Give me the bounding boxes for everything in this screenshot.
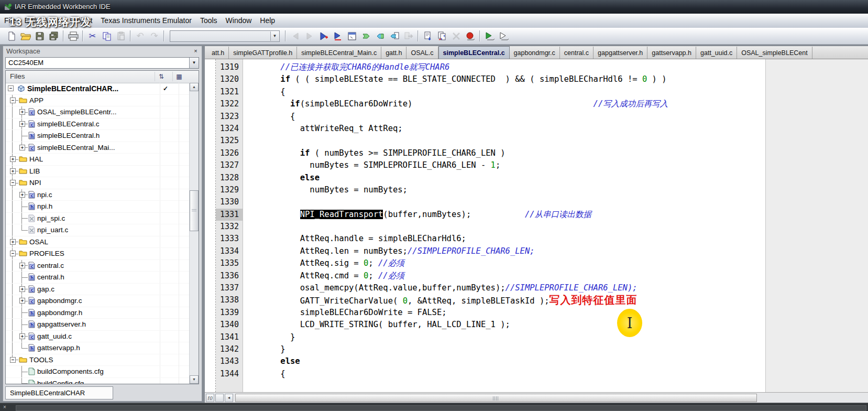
code-line-1342[interactable]: } bbox=[243, 343, 765, 355]
code-line-1326[interactable]: if ( numBytes >= SIMPLEPROFILE_CHAR6_LEN… bbox=[243, 147, 765, 159]
editor-tab-osal-simpleblecent[interactable]: OSAL_simpleBLECent bbox=[737, 47, 812, 59]
tree-item-npi-h[interactable]: hnpi.h bbox=[6, 201, 190, 213]
tree-item-npi-c[interactable]: +cnpi.c bbox=[6, 189, 190, 201]
collapse-icon[interactable]: − bbox=[10, 251, 16, 256]
tree-item-npi-spi-c[interactable]: npi_spi.c bbox=[6, 213, 190, 225]
editor-tab-gattservapp-h[interactable]: gattservapp.h bbox=[647, 47, 696, 59]
tree-item-profiles[interactable]: −PROFILES bbox=[6, 248, 190, 260]
redo-icon[interactable]: ↷ bbox=[147, 29, 161, 42]
expand-icon[interactable]: + bbox=[10, 168, 16, 174]
files-column-header[interactable]: Files ⇅ ▦ bbox=[6, 71, 199, 83]
nav-forward-icon[interactable] bbox=[302, 29, 316, 42]
code-line-1344[interactable]: { bbox=[243, 368, 765, 380]
code-line-1328[interactable]: else bbox=[243, 172, 765, 184]
expand-icon[interactable]: + bbox=[19, 145, 25, 150]
code-line-1336[interactable]: AttReq.cmd = 0; //必须 bbox=[243, 270, 765, 282]
tree-item-simpleblecentral-mai[interactable]: +csimpleBLECentral_Mai... bbox=[6, 142, 190, 154]
overlay-icon[interactable]: ▦ bbox=[172, 72, 185, 81]
expand-icon[interactable]: + bbox=[19, 263, 25, 268]
go-back-doc-icon[interactable] bbox=[387, 29, 401, 42]
code-line-1319[interactable]: //已连接并获取完CHAR6的Handle就写CHAR6 bbox=[243, 61, 765, 73]
expand-icon[interactable]: + bbox=[10, 156, 16, 162]
bookmark-next-icon[interactable] bbox=[331, 29, 345, 42]
nav-back-icon[interactable] bbox=[288, 29, 302, 42]
editor-tab-gapbondmgr-c[interactable]: gapbondmgr.c bbox=[510, 47, 560, 59]
find-combobox[interactable]: ▼ bbox=[170, 30, 280, 42]
tree-item-simpleblecentral-c[interactable]: +csimpleBLECentral.c bbox=[6, 118, 190, 131]
code-line-1331[interactable]: NPI_ReadTransport(buffer,numBytes); //从串… bbox=[243, 209, 765, 221]
expand-icon[interactable]: + bbox=[19, 121, 25, 127]
code-line-1329[interactable]: numBytes = numBytes; bbox=[243, 184, 765, 196]
tree-item-gapbondmgr-h[interactable]: hgapbondmgr.h bbox=[6, 307, 190, 319]
h-scrollbar-thumb[interactable] bbox=[235, 394, 757, 402]
cut-icon[interactable]: ✂ bbox=[85, 29, 100, 42]
tree-item-gap-c[interactable]: +cgap.c bbox=[6, 284, 190, 296]
tree-item-buildconfig-cfg[interactable]: buildConfig.cfg bbox=[6, 378, 190, 384]
tree-item-simpleblecentralchar[interactable]: −SimpleBLECentralCHAR...✓ bbox=[6, 83, 190, 95]
menu-item-texas-instruments-emulator[interactable]: Texas Instruments Emulator bbox=[96, 14, 196, 27]
chevron-down-icon[interactable]: ▼ bbox=[189, 58, 199, 68]
code-line-1339[interactable]: simpleBLEChar6DoWrite = FALSE; bbox=[243, 307, 765, 319]
tree-item-gattservapp-h[interactable]: hgattservapp.h bbox=[6, 342, 190, 354]
tree-scrollbar[interactable]: ▲ ▼ bbox=[189, 83, 199, 384]
code-line-1321[interactable]: { bbox=[243, 86, 765, 98]
code-line-1343[interactable]: else bbox=[243, 355, 765, 367]
undo-icon[interactable]: ↶ bbox=[133, 29, 147, 42]
code-line-1340[interactable]: LCD_WRITE_STRING( buffer, HAL_LCD_LINE_1… bbox=[243, 319, 765, 331]
tree-item-central-h[interactable]: hcentral.h bbox=[6, 272, 190, 284]
bookmark-toggle-icon[interactable] bbox=[316, 29, 331, 42]
expand-icon[interactable]: + bbox=[10, 239, 16, 245]
collapse-icon[interactable]: − bbox=[10, 357, 16, 363]
menu-item-window[interactable]: Window bbox=[222, 14, 256, 27]
browse-forward-icon[interactable] bbox=[359, 29, 373, 42]
scroll-left-icon[interactable]: ◄ bbox=[225, 394, 233, 402]
download-debug-icon[interactable] bbox=[482, 29, 497, 42]
tree-item-gapgattserver-h[interactable]: hgapgattserver.h bbox=[6, 319, 190, 331]
function-list-button[interactable]: ƒ() bbox=[206, 394, 214, 402]
debug-without-download-icon[interactable] bbox=[497, 29, 511, 42]
tree-item-buildcomponents-cfg[interactable]: buildComponents.cfg bbox=[6, 366, 190, 378]
paste-icon[interactable] bbox=[114, 29, 128, 42]
expand-icon[interactable]: + bbox=[19, 192, 25, 198]
tree-scrollbar-thumb[interactable] bbox=[190, 190, 199, 231]
collapse-icon[interactable]: − bbox=[10, 98, 16, 103]
close-icon[interactable]: × bbox=[3, 404, 6, 411]
tree-item-gatt-uuid-c[interactable]: +cgatt_uuid.c bbox=[6, 331, 190, 343]
code-line-1337[interactable]: osal_memcpy(AttReq.value,buffer,numBytes… bbox=[243, 282, 765, 294]
workspace-header[interactable]: Workspace × bbox=[3, 46, 202, 57]
scroll-up-icon[interactable]: ▲ bbox=[190, 83, 199, 91]
tree-item-npi[interactable]: −NPI bbox=[6, 177, 190, 189]
tree-item-app[interactable]: −APP bbox=[6, 95, 190, 107]
code-line-1338[interactable]: GATT_WriteCharValue( 0, &AttReq, simpleB… bbox=[243, 294, 765, 306]
code-line-1325[interactable] bbox=[243, 135, 765, 147]
code-line-1330[interactable] bbox=[243, 196, 765, 208]
configuration-dropdown[interactable]: CC2540EM ▼ bbox=[5, 57, 199, 69]
tree-item-gapbondmgr-c[interactable]: +cgapbondmgr.c bbox=[6, 295, 190, 307]
compile-icon[interactable] bbox=[421, 29, 435, 42]
expand-icon[interactable]: + bbox=[19, 286, 25, 292]
code-line-1335[interactable]: AttReq.sig = 0; //必须 bbox=[243, 257, 765, 269]
expand-icon[interactable]: + bbox=[19, 109, 25, 115]
tree-item-simpleblecentral-h[interactable]: hsimpleBLECentral.h bbox=[6, 130, 190, 142]
tree-item-central-c[interactable]: +ccentral.c bbox=[6, 260, 190, 272]
editor-tab-simpleblecentral-main-c[interactable]: simpleBLECentral_Main.c bbox=[297, 47, 381, 59]
editor-tab-osal-c[interactable]: OSAL.c bbox=[406, 47, 438, 59]
code-line-1334[interactable]: AttReq.len = numBytes;//SIMPLEPROFILE_CH… bbox=[243, 245, 765, 257]
print-icon[interactable] bbox=[66, 29, 80, 42]
editor-tab-att-h[interactable]: att.h bbox=[207, 47, 229, 59]
chevron-down-icon[interactable]: ▼ bbox=[270, 31, 279, 41]
code-line-1327[interactable]: numBytes = SIMPLEPROFILE_CHAR6_LEN - 1; bbox=[243, 159, 765, 171]
tree-item-osal-simpleblecentr[interactable]: +cOSAL_simpleBLECentr... bbox=[6, 106, 190, 118]
code-editor[interactable]: 1319132013211322132313241325132613271328… bbox=[205, 59, 868, 392]
splitter-button[interactable] bbox=[215, 394, 224, 402]
debug-red-icon[interactable] bbox=[463, 29, 477, 42]
open-file-icon[interactable] bbox=[18, 29, 32, 42]
save-icon[interactable] bbox=[32, 29, 47, 42]
code-text[interactable]: //已连接并获取完CHAR6的Handle就写CHAR6 if ( ( simp… bbox=[243, 61, 765, 392]
tree-item-hal[interactable]: +HAL bbox=[6, 154, 190, 166]
doc-forward-icon[interactable] bbox=[401, 29, 415, 42]
menu-item-tools[interactable]: Tools bbox=[196, 14, 222, 27]
tree-item-tools[interactable]: −TOOLS bbox=[6, 354, 190, 366]
editor-tab-gatt-h[interactable]: gatt.h bbox=[381, 47, 406, 59]
go-back-icon[interactable] bbox=[373, 29, 387, 42]
